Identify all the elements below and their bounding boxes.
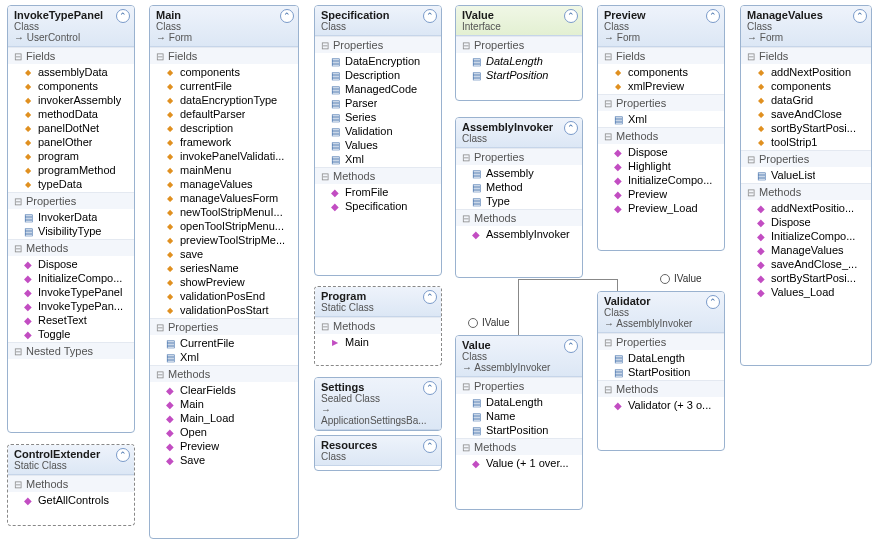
member-item[interactable]: newToolStripMenuI... (150, 205, 298, 219)
member-item[interactable]: StartPosition (598, 365, 724, 379)
section-header[interactable]: Methods (8, 476, 134, 492)
section-header[interactable]: Methods (456, 210, 582, 226)
section-header[interactable]: Properties (741, 151, 871, 167)
class-panel-main[interactable]: MainClassForm⌃FieldscomponentscurrentFil… (149, 5, 299, 539)
section-header[interactable]: Nested Types (8, 343, 134, 359)
section-header[interactable]: Methods (598, 128, 724, 144)
member-item[interactable]: Preview (598, 187, 724, 201)
member-item[interactable]: Type (456, 194, 582, 208)
member-item[interactable]: Dispose (741, 215, 871, 229)
chevron-collapse-icon[interactable]: ⌃ (116, 9, 130, 23)
panel-header[interactable]: ControlExtenderStatic Class⌃ (8, 445, 134, 475)
section-header[interactable]: Methods (8, 240, 134, 256)
member-item[interactable]: Preview (150, 439, 298, 453)
section-header[interactable]: Methods (598, 381, 724, 397)
member-item[interactable]: Highlight (598, 159, 724, 173)
member-item[interactable]: ClearFields (150, 383, 298, 397)
section-header[interactable]: Methods (315, 318, 441, 334)
chevron-collapse-icon[interactable]: ⌃ (706, 9, 720, 23)
panel-header[interactable]: IValueInterface⌃ (456, 6, 582, 36)
section-header[interactable]: Fields (8, 48, 134, 64)
member-item[interactable]: components (150, 65, 298, 79)
member-item[interactable]: description (150, 121, 298, 135)
member-item[interactable]: DataLength (598, 351, 724, 365)
section-header[interactable]: Properties (598, 334, 724, 350)
class-panel-value[interactable]: ValueClassAssemblyInvoker⌃PropertiesData… (455, 335, 583, 510)
member-item[interactable]: typeData (8, 177, 134, 191)
member-item[interactable]: framework (150, 135, 298, 149)
section-header[interactable]: Properties (456, 378, 582, 394)
member-item[interactable]: Validation (315, 124, 441, 138)
member-item[interactable]: Xml (315, 152, 441, 166)
class-panel-program[interactable]: ProgramStatic Class⌃MethodsMain (314, 286, 442, 366)
class-panel-validator[interactable]: ValidatorClassAssemblyInvoker⌃Properties… (597, 291, 725, 451)
member-item[interactable]: sortByStartPosi... (741, 121, 871, 135)
member-item[interactable]: currentFile (150, 79, 298, 93)
member-item[interactable]: toolStrip1 (741, 135, 871, 149)
chevron-collapse-icon[interactable]: ⌃ (423, 439, 437, 453)
member-item[interactable]: Specification (315, 199, 441, 213)
member-item[interactable]: sortByStartPosi... (741, 271, 871, 285)
chevron-collapse-icon[interactable]: ⌃ (423, 381, 437, 395)
class-panel-settings[interactable]: SettingsSealed ClassApplicationSettingsB… (314, 377, 442, 431)
member-item[interactable]: openToolStripMenu... (150, 219, 298, 233)
chevron-collapse-icon[interactable]: ⌃ (853, 9, 867, 23)
member-item[interactable]: methodData (8, 107, 134, 121)
chevron-collapse-icon[interactable]: ⌃ (423, 290, 437, 304)
panel-header[interactable]: ResourcesClass⌃ (315, 436, 441, 466)
member-item[interactable]: DataEncryption (315, 54, 441, 68)
member-item[interactable]: FromFile (315, 185, 441, 199)
member-item[interactable]: addNextPositio... (741, 201, 871, 215)
chevron-collapse-icon[interactable]: ⌃ (706, 295, 720, 309)
section-header[interactable]: Fields (150, 48, 298, 64)
section-header[interactable]: Properties (315, 37, 441, 53)
member-item[interactable]: Save (150, 453, 298, 467)
section-header[interactable]: Methods (456, 439, 582, 455)
panel-header[interactable]: SettingsSealed ClassApplicationSettingsB… (315, 378, 441, 430)
member-item[interactable]: InvokeTypePan... (8, 299, 134, 313)
section-header[interactable]: Methods (150, 366, 298, 382)
member-item[interactable]: Parser (315, 96, 441, 110)
section-header[interactable]: Fields (598, 48, 724, 64)
class-panel-managevalues[interactable]: ManageValuesClassForm⌃FieldsaddNextPosit… (740, 5, 872, 366)
member-item[interactable]: Preview_Load (598, 201, 724, 215)
member-item[interactable]: VisibilityType (8, 224, 134, 238)
member-item[interactable]: InitializeCompo... (741, 229, 871, 243)
member-item[interactable]: saveAndClose_... (741, 257, 871, 271)
section-header[interactable]: Properties (598, 95, 724, 111)
panel-header[interactable]: MainClassForm⌃ (150, 6, 298, 47)
member-item[interactable]: components (598, 65, 724, 79)
member-item[interactable]: Main (150, 397, 298, 411)
chevron-collapse-icon[interactable]: ⌃ (280, 9, 294, 23)
panel-header[interactable]: ValueClassAssemblyInvoker⌃ (456, 336, 582, 377)
member-item[interactable]: panelDotNet (8, 121, 134, 135)
member-item[interactable]: panelOther (8, 135, 134, 149)
member-item[interactable]: validationPosEnd (150, 289, 298, 303)
panel-header[interactable]: SpecificationClass⌃ (315, 6, 441, 36)
member-item[interactable]: defaultParser (150, 107, 298, 121)
chevron-collapse-icon[interactable]: ⌃ (116, 448, 130, 462)
chevron-collapse-icon[interactable]: ⌃ (564, 121, 578, 135)
member-item[interactable]: ResetText (8, 313, 134, 327)
class-panel-ivalue[interactable]: IValueInterface⌃PropertiesDataLengthStar… (455, 5, 583, 101)
member-item[interactable]: InitializeCompo... (598, 173, 724, 187)
panel-header[interactable]: ValidatorClassAssemblyInvoker⌃ (598, 292, 724, 333)
chevron-collapse-icon[interactable]: ⌃ (564, 9, 578, 23)
member-item[interactable]: AssemblyInvoker (456, 227, 582, 241)
class-panel-controlextender[interactable]: ControlExtenderStatic Class⌃MethodsGetAl… (7, 444, 135, 526)
member-item[interactable]: Main_Load (150, 411, 298, 425)
member-item[interactable]: invokePanelValidati... (150, 149, 298, 163)
member-item[interactable]: StartPosition (456, 68, 582, 82)
member-item[interactable]: DataLength (456, 54, 582, 68)
class-panel-invoketype[interactable]: InvokeTypePanelClassUserControl⌃Fieldsas… (7, 5, 135, 433)
chevron-collapse-icon[interactable]: ⌃ (423, 9, 437, 23)
section-header[interactable]: Properties (150, 319, 298, 335)
member-item[interactable]: Name (456, 409, 582, 423)
member-item[interactable]: dataEncryptionType (150, 93, 298, 107)
panel-header[interactable]: ProgramStatic Class⌃ (315, 287, 441, 317)
member-item[interactable]: manageValues (150, 177, 298, 191)
section-header[interactable]: Properties (8, 193, 134, 209)
member-item[interactable]: Series (315, 110, 441, 124)
section-header[interactable]: Properties (456, 149, 582, 165)
section-header[interactable]: Fields (741, 48, 871, 64)
